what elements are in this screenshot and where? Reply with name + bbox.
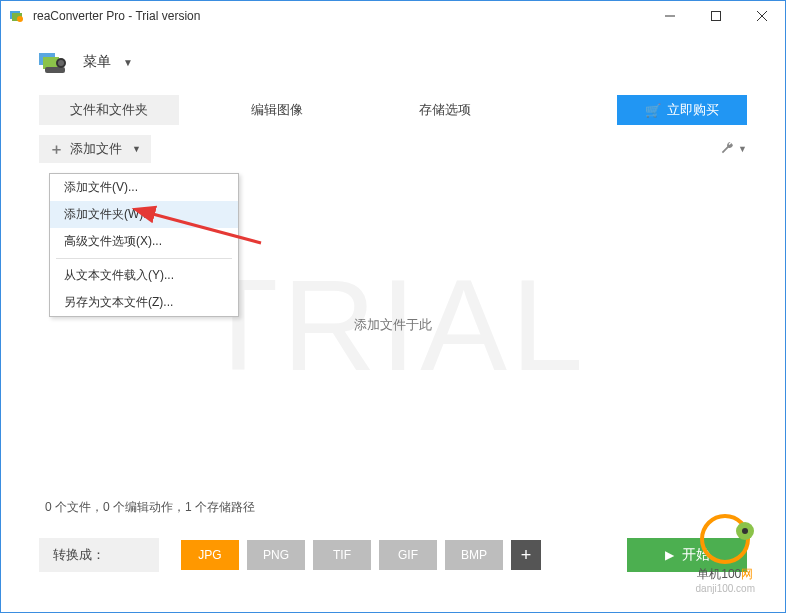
window-controls xyxy=(647,1,785,31)
minimize-button[interactable] xyxy=(647,1,693,31)
menu-item-save-as-text[interactable]: 另存为文本文件(Z)... xyxy=(50,289,238,316)
svg-rect-4 xyxy=(712,12,721,21)
menu-item-advanced-options[interactable]: 高级文件选项(X)... xyxy=(50,228,238,255)
svg-rect-9 xyxy=(45,67,65,73)
chevron-down-icon: ▼ xyxy=(738,144,747,154)
close-button[interactable] xyxy=(739,1,785,31)
add-format-button[interactable]: + xyxy=(511,540,541,570)
menu-separator xyxy=(56,258,232,259)
menu-item-add-files[interactable]: 添加文件(V)... xyxy=(50,174,238,201)
titlebar: reaConverter Pro - Trial version xyxy=(1,1,785,31)
menu-row: 菜单 ▼ xyxy=(1,31,785,83)
app-icon xyxy=(9,8,25,24)
menu-item-load-from-text[interactable]: 从文本文件载入(Y)... xyxy=(50,262,238,289)
svg-point-2 xyxy=(17,16,23,22)
format-bmp-button[interactable]: BMP xyxy=(445,540,503,570)
bottom-bar: 转换成： JPG PNG TIF GIF BMP + ▶ 开始 xyxy=(1,520,785,572)
buy-now-button[interactable]: 🛒 立即购买 xyxy=(617,95,747,125)
add-files-button[interactable]: ＋ 添加文件 ▼ xyxy=(39,135,151,163)
cart-icon: 🛒 xyxy=(645,103,661,118)
add-files-dropdown: 添加文件(V)... 添加文件夹(W)... 高级文件选项(X)... 从文本文… xyxy=(49,173,239,317)
tabs-row: 文件和文件夹 编辑图像 存储选项 🛒 立即购买 xyxy=(1,83,785,127)
start-button[interactable]: ▶ 开始 xyxy=(627,538,747,572)
svg-point-11 xyxy=(58,60,64,66)
menu-label[interactable]: 菜单 xyxy=(83,53,111,71)
settings-button[interactable]: ▼ xyxy=(720,141,747,158)
format-jpg-button[interactable]: JPG xyxy=(181,540,239,570)
status-text: 0 个文件，0 个编辑动作，1 个存储路径 xyxy=(1,483,785,520)
close-icon xyxy=(757,11,767,21)
plus-icon: ＋ xyxy=(49,140,64,159)
format-png-button[interactable]: PNG xyxy=(247,540,305,570)
chevron-down-icon[interactable]: ▼ xyxy=(123,57,133,68)
window-title: reaConverter Pro - Trial version xyxy=(33,9,200,23)
buy-now-label: 立即购买 xyxy=(667,101,719,119)
convert-to-label: 转换成： xyxy=(39,538,159,572)
tab-save-options[interactable]: 存储选项 xyxy=(375,95,515,125)
minimize-icon xyxy=(665,11,675,21)
tab-files-and-folders[interactable]: 文件和文件夹 xyxy=(39,95,179,125)
chevron-down-icon: ▼ xyxy=(132,144,141,154)
maximize-icon xyxy=(711,11,721,21)
add-files-label: 添加文件 xyxy=(70,140,122,158)
maximize-button[interactable] xyxy=(693,1,739,31)
menu-item-add-folder[interactable]: 添加文件夹(W)... xyxy=(50,201,238,228)
format-gif-button[interactable]: GIF xyxy=(379,540,437,570)
tab-edit-image[interactable]: 编辑图像 xyxy=(207,95,347,125)
app-logo-icon xyxy=(39,51,67,73)
start-label: 开始 xyxy=(682,546,710,564)
play-icon: ▶ xyxy=(665,548,674,562)
wrench-icon xyxy=(720,141,734,158)
format-tif-button[interactable]: TIF xyxy=(313,540,371,570)
toolbar-row: ＋ 添加文件 ▼ ▼ xyxy=(1,127,785,163)
